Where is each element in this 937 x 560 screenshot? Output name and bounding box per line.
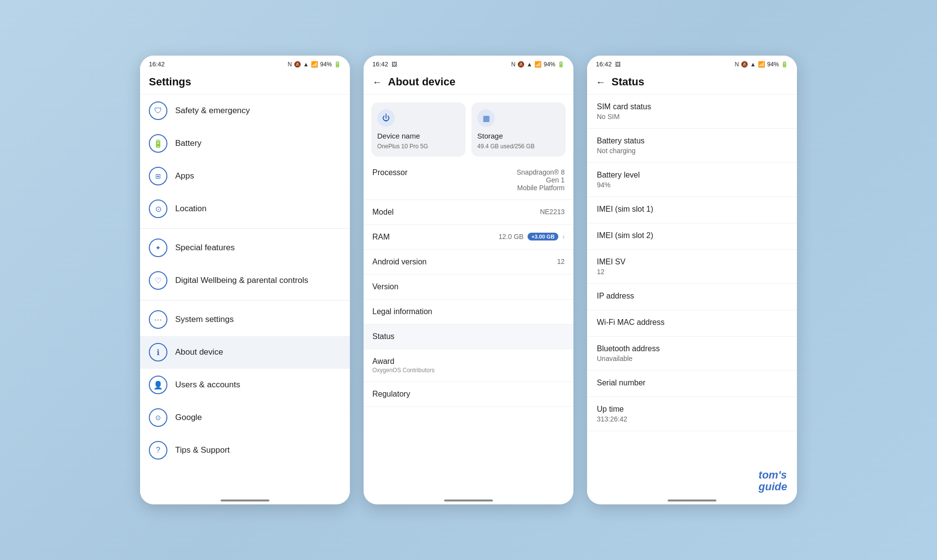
settings-title: Settings — [149, 76, 341, 88]
wifi-icon: ▲ — [303, 61, 309, 68]
apps-label: Apps — [175, 171, 194, 181]
google-icon: ⊙ — [149, 408, 167, 427]
serial-label: Serial number — [597, 379, 787, 387]
device-name-value: OnePlus 10 Pro 5G — [377, 143, 428, 150]
settings-scroll[interactable]: 🛡 Safety & emergency 🔋 Battery ⊞ Apps ⊙ … — [140, 95, 350, 491]
settings-item-location[interactable]: ⊙ Location — [140, 193, 350, 225]
model-label: Model — [372, 208, 394, 217]
settings-item-apps[interactable]: ⊞ Apps — [140, 160, 350, 193]
status-row[interactable]: Status — [364, 324, 573, 349]
ram-label: RAM — [372, 233, 390, 241]
settings-item-safety[interactable]: 🛡 Safety & emergency — [140, 95, 350, 127]
nfc-icon-3: N — [734, 61, 739, 68]
divider-1 — [140, 228, 350, 229]
settings-item-wellbeing[interactable]: ♡ Digital Wellbeing & parental controls — [140, 264, 350, 297]
status-bar-1: 16:42 N 🔕 ▲ 📶 94% 🔋 — [140, 56, 350, 71]
battery-icon-1: 🔋 — [334, 61, 341, 68]
battery-level-item: Battery level 94% — [587, 163, 797, 197]
model-row: Model NE2213 — [364, 200, 573, 225]
award-row[interactable]: Award OxygenOS Contributors — [364, 349, 573, 382]
time-2: 16:42 — [372, 60, 388, 68]
back-button-2[interactable]: ← — [372, 77, 382, 88]
settings-item-special[interactable]: ✦ Special features — [140, 232, 350, 264]
android-label: Android version — [372, 258, 427, 266]
ram-value: 12.0 GB — [499, 233, 524, 240]
about-icon: ℹ — [149, 343, 167, 361]
processor-row: Processor Snapdragon® 8Gen 1Mobile Platf… — [364, 160, 573, 200]
tips-icon: ? — [149, 441, 167, 460]
battery-label: Battery — [175, 139, 202, 148]
sim-card-value: No SIM — [597, 113, 787, 120]
settings-item-tips[interactable]: ? Tips & Support — [140, 434, 350, 467]
mute-icon-3: 🔕 — [741, 61, 748, 68]
battery-status-value: Not charging — [597, 147, 787, 155]
users-icon: 👤 — [149, 376, 167, 394]
version-row[interactable]: Version — [364, 275, 573, 300]
settings-item-users[interactable]: 👤 Users & accounts — [140, 369, 350, 401]
status-label: Status — [372, 332, 394, 341]
device-cards: ⏻ Device name OnePlus 10 Pro 5G ▦ Storag… — [364, 95, 573, 160]
battery-icon-3: 🔋 — [781, 61, 788, 68]
wifi-mac-item: Wi-Fi MAC address — [587, 310, 797, 337]
apps-icon: ⊞ — [149, 167, 167, 185]
about-label: About device — [175, 347, 223, 357]
award-label: Award — [372, 357, 434, 366]
tips-label: Tips & Support — [175, 445, 230, 455]
settings-item-battery[interactable]: 🔋 Battery — [140, 127, 350, 160]
about-header-row: ← About device — [372, 76, 565, 88]
settings-item-about[interactable]: ℹ About device — [140, 336, 350, 369]
screen-icon-2: 🖼 — [391, 61, 397, 68]
status-bar-3: 16:42 🖼 N 🔕 ▲ 📶 94% 🔋 — [587, 56, 797, 71]
users-label: Users & accounts — [175, 380, 240, 390]
legal-label: Legal information — [372, 307, 432, 316]
storage-icon: ▦ — [477, 109, 495, 127]
divider-2 — [140, 300, 350, 300]
about-scroll[interactable]: ⏻ Device name OnePlus 10 Pro 5G ▦ Storag… — [364, 95, 573, 491]
bluetooth-label: Bluetooth address — [597, 344, 787, 353]
battery-pct-1: 94% — [320, 61, 332, 68]
processor-label: Processor — [372, 168, 407, 177]
device-name-card[interactable]: ⏻ Device name OnePlus 10 Pro 5G — [371, 102, 466, 157]
storage-value: 49.4 GB used/256 GB — [477, 143, 534, 150]
ip-address-item: IP address — [587, 284, 797, 310]
regulatory-row[interactable]: Regulatory — [364, 382, 573, 407]
home-indicator-1 — [221, 500, 269, 501]
safety-icon: 🛡 — [149, 101, 167, 120]
sim-card-item: SIM card status No SIM — [587, 95, 797, 129]
battery-status-item: Battery status Not charging — [587, 129, 797, 163]
processor-value: Snapdragon® 8Gen 1Mobile Platform — [517, 168, 565, 192]
device-name-label: Device name — [377, 132, 420, 140]
about-header: ← About device — [364, 71, 573, 95]
status-bar-2: 16:42 🖼 N 🔕 ▲ 📶 94% 🔋 — [364, 56, 573, 71]
imei-sv-label: IMEI SV — [597, 258, 787, 266]
serial-item: Serial number — [587, 371, 797, 397]
imei1-label: IMEI (sim slot 1) — [597, 205, 787, 214]
ram-value-row: 12.0 GB +3.00 GB › — [499, 233, 565, 240]
system-icon: ⋯ — [149, 310, 167, 329]
settings-item-system[interactable]: ⋯ System settings — [140, 303, 350, 336]
storage-label: Storage — [477, 132, 503, 140]
battery-pct-3: 94% — [767, 61, 779, 68]
model-value: NE2213 — [540, 208, 565, 216]
uptime-value: 313:26:42 — [597, 415, 787, 423]
bottom-bar-1 — [140, 491, 350, 504]
status-scroll[interactable]: SIM card status No SIM Battery status No… — [587, 95, 797, 491]
legal-row[interactable]: Legal information — [364, 300, 573, 324]
power-icon: ⏻ — [377, 109, 395, 127]
wellbeing-icon: ♡ — [149, 271, 167, 290]
battery-level-label: Battery level — [597, 171, 787, 180]
ram-row[interactable]: RAM 12.0 GB +3.00 GB › — [364, 225, 573, 250]
battery-status-label: Battery status — [597, 137, 787, 145]
home-indicator-3 — [668, 500, 716, 501]
imei2-label: IMEI (sim slot 2) — [597, 231, 787, 240]
wifi-icon-3: ▲ — [750, 61, 756, 68]
back-button-3[interactable]: ← — [596, 77, 606, 88]
mute-icon: 🔕 — [294, 61, 301, 68]
settings-item-google[interactable]: ⊙ Google — [140, 401, 350, 434]
phone1-frame: 16:42 N 🔕 ▲ 📶 94% 🔋 Settings 🛡 Safety & … — [140, 56, 350, 504]
phone3-frame: 16:42 🖼 N 🔕 ▲ 📶 94% 🔋 ← Status SIM card … — [587, 56, 797, 504]
status-header: ← Status — [587, 71, 797, 95]
mute-icon-2: 🔕 — [517, 61, 525, 68]
storage-card[interactable]: ▦ Storage 49.4 GB used/256 GB — [471, 102, 566, 157]
wellbeing-label: Digital Wellbeing & parental controls — [175, 276, 308, 285]
